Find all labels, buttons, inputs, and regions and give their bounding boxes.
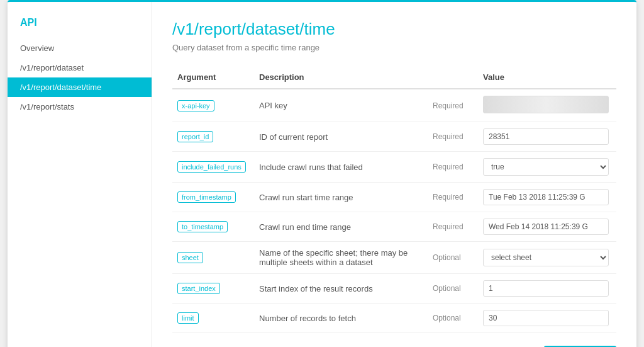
arg-badge: start_index [177,283,220,294]
description-text: ID of current report [254,122,428,152]
col-header-description: Description [254,67,428,89]
required-label: Optional [428,242,478,274]
description-text: Crawl run end time range [254,212,428,242]
value-blurred [483,96,609,113]
sidebar-item-report-stats[interactable]: /v1/report/stats [8,97,152,117]
value-input-to_timestamp[interactable] [483,219,609,235]
table-body: x-api-keyAPI keyRequiredreport_idID of c… [172,89,616,333]
description-text: Crawl run start time range [254,183,428,212]
arguments-table: Argument Description Value x-api-keyAPI … [172,67,616,333]
table-row: report_idID of current reportRequired [172,122,616,152]
required-label: Required [428,183,478,212]
required-label: Optional [428,304,478,333]
required-label: Required [428,122,478,152]
table-row: sheetName of the specific sheet; there m… [172,242,616,274]
required-label: Required [428,212,478,242]
sidebar-nav: Overview/v1/report/dataset/v1/report/dat… [8,38,152,117]
page-subtitle: Query dataset from a specific time range [172,43,616,52]
table-row: limitNumber of records to fetchOptional [172,304,616,333]
table-row: from_timestampCrawl run start time range… [172,183,616,212]
value-input-start_index[interactable] [483,280,609,297]
main-content: /v1/report/dataset/time Query dataset fr… [152,2,636,347]
required-label: Required [428,89,478,122]
table-row: include_failed_runsInclude crawl runs th… [172,152,616,183]
arg-badge: sheet [177,252,203,263]
col-header-required [428,67,478,89]
arg-badge: report_id [177,131,213,142]
arg-badge: x-api-key [177,100,214,111]
description-text: Start index of the result records [254,274,428,304]
arg-badge: from_timestamp [177,191,236,203]
col-header-value: Value [478,67,616,89]
table-row: start_indexStart index of the result rec… [172,274,616,304]
col-header-argument: Argument [172,67,254,89]
description-text: Include crawl runs that failed [254,152,428,183]
required-label: Required [428,152,478,183]
value-select-sheet[interactable]: select sheet [483,249,609,266]
value-input-report_id[interactable] [483,128,609,145]
table-row: x-api-keyAPI keyRequired [172,89,616,122]
arg-badge: include_failed_runs [177,161,246,173]
description-text: Number of records to fetch [254,304,428,333]
description-text: API key [254,89,428,122]
value-input-limit[interactable] [483,310,609,326]
sidebar-item-report-dataset[interactable]: /v1/report/dataset [8,58,152,77]
page-title: /v1/report/dataset/time [172,20,616,39]
sidebar-item-overview[interactable]: Overview [8,38,152,58]
sidebar: API Overview/v1/report/dataset/v1/report… [8,2,152,347]
app-window: API Overview/v1/report/dataset/v1/report… [8,0,636,347]
required-label: Optional [428,274,478,304]
table-row: to_timestampCrawl run end time rangeRequ… [172,212,616,242]
arg-badge: limit [177,312,199,324]
value-input-from_timestamp[interactable] [483,189,609,205]
arg-badge: to_timestamp [177,221,228,232]
sidebar-title: API [8,17,152,38]
sidebar-item-report-dataset-time[interactable]: /v1/report/dataset/time [8,77,152,97]
description-text: Name of the specific sheet; there may be… [254,242,428,274]
value-select-include_failed_runs[interactable]: truefalse [483,158,609,176]
